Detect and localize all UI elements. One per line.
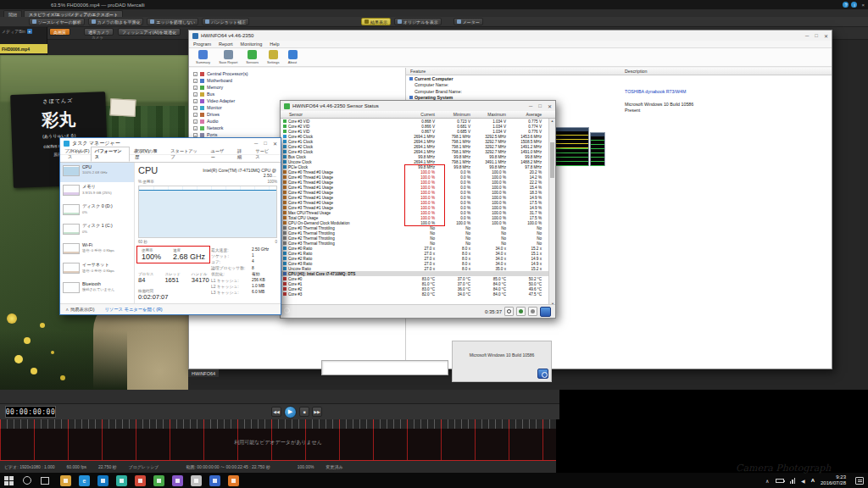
sensor-row[interactable]: Core #1 Clock 2694.1 MHz 798.1 MHz 3292.…	[281, 139, 548, 144]
settings-button[interactable]	[537, 369, 548, 379]
taskbar-app-icon[interactable]	[97, 475, 108, 486]
menu-item[interactable]: Monitoring	[241, 42, 263, 47]
taskmgr-tab[interactable]: パフォーマンス	[91, 147, 130, 162]
menu-item[interactable]: Report	[219, 42, 233, 47]
feature-column-header[interactable]: Feature	[406, 69, 625, 74]
mercalli-tab[interactable]: 開始	[3, 10, 22, 17]
taskmgr-tab[interactable]: プロセス	[64, 147, 90, 162]
sensor-scrollbar[interactable]: ▲▼	[548, 119, 555, 306]
sidebar-item[interactable]: CPU 100% 2.68 GHz	[60, 163, 134, 182]
tray-chevron-icon[interactable]: ∧	[765, 478, 769, 484]
sensor-row[interactable]: Core #0 Ratio 27.0 x 8.0 x 34.0 x 15.2 x	[281, 246, 548, 251]
minimize-icon[interactable]: ─	[254, 141, 258, 147]
toolbar-button[interactable]: ソースレイヤーの解析	[29, 18, 85, 25]
description-column-header[interactable]: Description	[625, 69, 648, 74]
expand-icon[interactable]: +	[193, 133, 198, 137]
taskbar-app-icon[interactable]	[172, 475, 183, 486]
taskmgr-tab[interactable]: サービス	[251, 147, 277, 162]
sensor-graph-window[interactable]	[555, 127, 589, 166]
sensor-settings-button[interactable]	[540, 307, 551, 317]
import-media-icon[interactable]: +	[27, 29, 32, 34]
taskmgr-tab[interactable]: アプリの履歴	[131, 147, 165, 162]
maximize-icon[interactable]: □	[264, 141, 267, 147]
info-icon[interactable]: i	[851, 2, 857, 8]
menu-item[interactable]: Help	[270, 42, 279, 47]
camera-mode-button[interactable]: 通常カメラ	[84, 28, 114, 36]
hwinfo-toolbar-button[interactable]: Settings	[267, 50, 279, 64]
close-icon[interactable]: ✕	[824, 33, 828, 39]
hwinfo-toolbar-button[interactable]: Save Report	[219, 50, 237, 64]
timeline-ruler[interactable]	[0, 419, 556, 429]
task-view-icon[interactable]	[41, 477, 49, 485]
sensor-row[interactable]: Core #1 81.0 °C 37.0 °C 84.0 °C 50.0 °C	[281, 281, 548, 286]
close-icon[interactable]: ✕	[548, 103, 552, 109]
sensor-column-header[interactable]: Average	[509, 112, 545, 117]
taskbar-app-icon[interactable]	[135, 475, 146, 486]
menu-item[interactable]: Program	[193, 42, 211, 47]
sidebar-item[interactable]: ディスク 0 (D:) 0%	[60, 202, 134, 221]
fisheye-button[interactable]: フィッシュアイ(AI)を最適化	[118, 28, 181, 36]
taskmgr-tab[interactable]: ユーザー	[207, 147, 233, 162]
text-input-box[interactable]	[321, 360, 448, 375]
sensor-row[interactable]: CPU [#0]: Intel Core i7-4710MQ: DTS	[281, 271, 548, 276]
sensor-row[interactable]: Core #3 VID 0.868 V 0.723 V 1.034 V 0.77…	[281, 119, 548, 124]
sensor-row[interactable]: Core #0 Clock 2694.1 MHz 798.1 MHz 3292.…	[281, 134, 548, 139]
media-bin-item[interactable]: FHD0006.mp4	[0, 44, 47, 53]
layout-button[interactable]	[528, 307, 537, 316]
toolbar-button[interactable]: パンショット補正	[202, 18, 249, 25]
hwinfo-toolbar-button[interactable]: About	[288, 50, 298, 64]
sensor-row[interactable]: Core #2 Thermal Throttling No No No No	[281, 236, 548, 241]
sensor-row[interactable]: Core #0 83.0 °C 37.0 °C 85.0 °C 50.2 °C	[281, 276, 548, 281]
sensor-row[interactable]: Bus Clock 99.8 MHz 99.8 MHz 99.8 MHz 99.…	[281, 154, 548, 159]
sensor-row[interactable]: Core #1 Thermal Throttling No No No No	[281, 230, 548, 236]
sensor-row[interactable]: Core #3 82.0 °C 34.0 °C 84.0 °C 47.5 °C	[281, 291, 548, 297]
tree-item[interactable]: + Motherboard	[189, 77, 405, 84]
toolbar-button[interactable]: オリジナルを表示	[394, 18, 442, 25]
close-icon[interactable]: ✕	[273, 141, 277, 147]
close-icon[interactable]: ×	[861, 3, 865, 8]
sensor-row[interactable]: Core #3 Ratio 27.0 x 8.0 x 34.0 x 14.9 x	[281, 261, 548, 266]
feature-row[interactable]: Current Computer	[406, 75, 832, 82]
sidebar-item[interactable]: Bluetooth 接続されていません	[60, 280, 134, 299]
minimize-icon[interactable]: ─	[529, 103, 532, 109]
playback-button[interactable]: ◀◀	[271, 407, 281, 417]
sidebar-item[interactable]: イーサネット 送信: 0 受信: 0 Kbps	[60, 260, 134, 280]
logging-button[interactable]	[516, 307, 526, 316]
tree-item[interactable]: + Central Processor(s)	[189, 70, 405, 77]
sensor-row[interactable]: Core #2 83.0 °C 36.0 °C 84.0 °C 49.6 °C	[281, 286, 548, 291]
taskmgr-tab[interactable]: スタートアップ	[166, 147, 205, 162]
sensor-row[interactable]: Core #3 Clock 2694.1 MHz 798.1 MHz 3292.…	[281, 149, 548, 154]
playback-button[interactable]: ▶	[284, 406, 297, 419]
cpu-usage-graph[interactable]	[138, 186, 277, 238]
volume-icon[interactable]: ◀	[801, 478, 805, 484]
feature-row[interactable]: Computer Name:	[406, 82, 832, 89]
taskbar-app-icon[interactable]	[191, 475, 202, 486]
expand-icon[interactable]: +	[193, 126, 198, 130]
taskbar-app-icon[interactable]	[116, 475, 127, 486]
taskbar-app-icon[interactable]	[228, 475, 239, 486]
taskbar-clock[interactable]: 9:23 2016/07/28	[821, 474, 846, 487]
taskbar-app-icon[interactable]: e	[79, 475, 90, 486]
playback-button[interactable]: ▶▶	[312, 407, 322, 417]
sensor-graph-window-2[interactable]	[590, 132, 605, 166]
feature-row[interactable]: Computer Brand Name: TOSHIBA dynabook R7…	[406, 88, 832, 95]
playback-button[interactable]: ■	[299, 407, 309, 417]
toolbar-button[interactable]: カメラの動きを平滑化	[88, 18, 144, 25]
sidebar-item[interactable]: ディスク 1 (C:) 0%	[60, 221, 134, 241]
sensor-row[interactable]: Core #2 VID 0.866 V 0.681 V 1.034 V 0.77…	[281, 124, 548, 129]
hwinfo-toolbar-button[interactable]: Sensors	[246, 50, 259, 64]
taskmgr-tab[interactable]: 詳細	[233, 147, 250, 162]
mercalli-tab[interactable]: スタビライズ/エッジ/メディアのエクスポート	[24, 10, 123, 17]
sensor-row[interactable]: Core #1 VID 0.867 V 0.685 V 1.034 V 0.77…	[281, 129, 548, 134]
resource-monitor-link[interactable]: リソース モニターを開く(R)	[104, 307, 162, 313]
expand-icon[interactable]: +	[193, 92, 198, 97]
simple-view-toggle[interactable]: ∧ 簡易表示(D)	[65, 307, 94, 313]
quality-button[interactable]: 高画質	[49, 28, 70, 36]
expand-icon[interactable]: +	[193, 106, 198, 110]
minimize-icon[interactable]: ─	[805, 33, 809, 39]
toolbar-button[interactable]: メーター	[453, 18, 483, 25]
expand-icon[interactable]: +	[193, 86, 198, 90]
cortana-search-icon[interactable]	[23, 476, 31, 485]
start-button[interactable]	[4, 476, 14, 485]
sensor-column-header[interactable]: Minimum	[438, 112, 474, 117]
